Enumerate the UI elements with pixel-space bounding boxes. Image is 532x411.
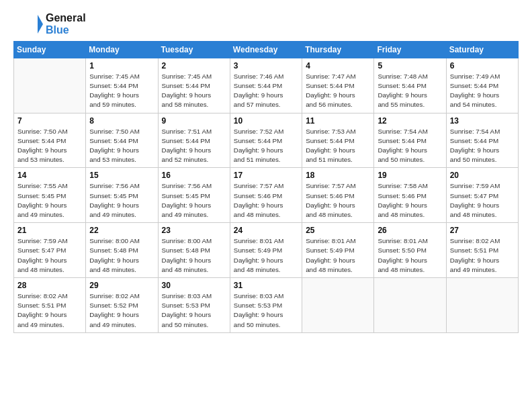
calendar-cell: 4Sunrise: 7:47 AM Sunset: 5:44 PM Daylig…: [302, 58, 374, 113]
day-number: 1: [89, 61, 154, 71]
svg-marker-0: [38, 15, 43, 34]
day-info: Sunrise: 7:47 AM Sunset: 5:44 PM Dayligh…: [306, 72, 370, 110]
calendar-header-row: SundayMondayTuesdayWednesdayThursdayFrid…: [14, 41, 519, 58]
calendar-cell: [14, 58, 86, 113]
calendar-cell: 13Sunrise: 7:54 AM Sunset: 5:44 PM Dayli…: [446, 113, 518, 168]
day-number: 14: [17, 171, 82, 180]
calendar-cell: [302, 278, 374, 333]
day-number: 11: [306, 116, 370, 126]
calendar-cell: 3Sunrise: 7:46 AM Sunset: 5:44 PM Daylig…: [230, 58, 302, 113]
calendar-cell: 31Sunrise: 8:03 AM Sunset: 5:53 PM Dayli…: [230, 278, 302, 333]
day-info: Sunrise: 7:54 AM Sunset: 5:44 PM Dayligh…: [450, 127, 515, 165]
day-info: Sunrise: 7:56 AM Sunset: 5:45 PM Dayligh…: [89, 181, 154, 220]
calendar-cell: 24Sunrise: 8:01 AM Sunset: 5:49 PM Dayli…: [230, 223, 302, 278]
day-number: 18: [306, 171, 370, 180]
day-number: 22: [89, 226, 154, 235]
day-info: Sunrise: 7:52 AM Sunset: 5:44 PM Dayligh…: [234, 127, 298, 165]
day-info: Sunrise: 7:57 AM Sunset: 5:46 PM Dayligh…: [306, 181, 370, 220]
day-info: Sunrise: 7:50 AM Sunset: 5:44 PM Dayligh…: [17, 127, 82, 165]
day-number: 16: [162, 171, 226, 180]
day-number: 7: [17, 116, 82, 126]
day-number: 19: [378, 171, 442, 180]
calendar-cell: [374, 278, 446, 333]
calendar-cell: 18Sunrise: 7:57 AM Sunset: 5:46 PM Dayli…: [302, 168, 374, 223]
day-number: 28: [17, 281, 82, 290]
calendar-cell: 12Sunrise: 7:54 AM Sunset: 5:44 PM Dayli…: [374, 113, 446, 168]
day-info: Sunrise: 7:50 AM Sunset: 5:44 PM Dayligh…: [89, 127, 154, 165]
day-info: Sunrise: 7:54 AM Sunset: 5:44 PM Dayligh…: [378, 127, 442, 165]
day-number: 8: [89, 116, 154, 126]
day-info: Sunrise: 8:01 AM Sunset: 5:50 PM Dayligh…: [378, 236, 442, 275]
calendar-day-header: Wednesday: [230, 41, 302, 58]
day-number: 25: [306, 226, 370, 235]
day-info: Sunrise: 8:03 AM Sunset: 5:53 PM Dayligh…: [234, 291, 298, 330]
day-info: Sunrise: 8:01 AM Sunset: 5:49 PM Dayligh…: [306, 236, 370, 275]
calendar-cell: 6Sunrise: 7:49 AM Sunset: 5:44 PM Daylig…: [446, 58, 518, 113]
calendar-cell: 7Sunrise: 7:50 AM Sunset: 5:44 PM Daylig…: [14, 113, 86, 168]
calendar-cell: 2Sunrise: 7:45 AM Sunset: 5:44 PM Daylig…: [158, 58, 230, 113]
day-number: 21: [17, 226, 82, 235]
day-info: Sunrise: 7:45 AM Sunset: 5:44 PM Dayligh…: [89, 72, 154, 110]
calendar-table: SundayMondayTuesdayWednesdayThursdayFrid…: [13, 41, 519, 333]
day-number: 2: [162, 61, 226, 71]
logo-icon: [13, 12, 43, 36]
calendar-cell: 11Sunrise: 7:53 AM Sunset: 5:44 PM Dayli…: [302, 113, 374, 168]
day-number: 27: [450, 226, 515, 235]
day-number: 31: [234, 281, 298, 290]
day-info: Sunrise: 8:02 AM Sunset: 5:52 PM Dayligh…: [89, 291, 154, 330]
day-info: Sunrise: 8:02 AM Sunset: 5:51 PM Dayligh…: [450, 236, 515, 275]
logo-line1: General: [46, 12, 86, 24]
day-number: 15: [89, 171, 154, 180]
calendar-cell: 19Sunrise: 7:58 AM Sunset: 5:46 PM Dayli…: [374, 168, 446, 223]
calendar-cell: 29Sunrise: 8:02 AM Sunset: 5:52 PM Dayli…: [86, 278, 158, 333]
calendar-cell: 23Sunrise: 8:00 AM Sunset: 5:48 PM Dayli…: [158, 223, 230, 278]
day-info: Sunrise: 7:57 AM Sunset: 5:46 PM Dayligh…: [234, 181, 298, 220]
calendar-day-header: Friday: [374, 41, 446, 58]
day-number: 17: [234, 171, 298, 180]
day-info: Sunrise: 7:51 AM Sunset: 5:44 PM Dayligh…: [162, 127, 226, 165]
calendar-cell: 28Sunrise: 8:02 AM Sunset: 5:51 PM Dayli…: [14, 278, 86, 333]
day-info: Sunrise: 7:55 AM Sunset: 5:45 PM Dayligh…: [17, 181, 82, 220]
day-number: 4: [306, 61, 370, 71]
day-number: 12: [378, 116, 442, 126]
calendar-cell: 15Sunrise: 7:56 AM Sunset: 5:45 PM Dayli…: [86, 168, 158, 223]
day-info: Sunrise: 7:48 AM Sunset: 5:44 PM Dayligh…: [378, 72, 442, 110]
calendar-day-header: Saturday: [446, 41, 518, 58]
calendar-cell: 16Sunrise: 7:56 AM Sunset: 5:45 PM Dayli…: [158, 168, 230, 223]
day-number: 23: [162, 226, 226, 235]
day-info: Sunrise: 8:02 AM Sunset: 5:51 PM Dayligh…: [17, 291, 82, 330]
day-info: Sunrise: 7:58 AM Sunset: 5:46 PM Dayligh…: [378, 181, 442, 220]
calendar-cell: 10Sunrise: 7:52 AM Sunset: 5:44 PM Dayli…: [230, 113, 302, 168]
day-info: Sunrise: 7:49 AM Sunset: 5:44 PM Dayligh…: [450, 72, 515, 110]
day-number: 24: [234, 226, 298, 235]
day-info: Sunrise: 7:56 AM Sunset: 5:45 PM Dayligh…: [162, 181, 226, 220]
calendar-cell: 5Sunrise: 7:48 AM Sunset: 5:44 PM Daylig…: [374, 58, 446, 113]
day-number: 13: [450, 116, 515, 126]
logo: GeneralBlue: [13, 12, 86, 37]
page-container: GeneralBlue SundayMondayTuesdayWednesday…: [0, 0, 532, 340]
calendar-cell: 30Sunrise: 8:03 AM Sunset: 5:53 PM Dayli…: [158, 278, 230, 333]
calendar-day-header: Sunday: [14, 41, 86, 58]
calendar-day-header: Tuesday: [158, 41, 230, 58]
day-info: Sunrise: 8:01 AM Sunset: 5:49 PM Dayligh…: [234, 236, 298, 275]
header: GeneralBlue: [13, 12, 519, 37]
day-info: Sunrise: 7:59 AM Sunset: 5:47 PM Dayligh…: [17, 236, 82, 275]
calendar-cell: 25Sunrise: 8:01 AM Sunset: 5:49 PM Dayli…: [302, 223, 374, 278]
calendar-cell: 26Sunrise: 8:01 AM Sunset: 5:50 PM Dayli…: [374, 223, 446, 278]
calendar-cell: 8Sunrise: 7:50 AM Sunset: 5:44 PM Daylig…: [86, 113, 158, 168]
calendar-day-header: Thursday: [302, 41, 374, 58]
day-number: 3: [234, 61, 298, 71]
day-info: Sunrise: 8:03 AM Sunset: 5:53 PM Dayligh…: [162, 291, 226, 330]
calendar-cell: 27Sunrise: 8:02 AM Sunset: 5:51 PM Dayli…: [446, 223, 518, 278]
day-info: Sunrise: 7:53 AM Sunset: 5:44 PM Dayligh…: [306, 127, 370, 165]
day-info: Sunrise: 8:00 AM Sunset: 5:48 PM Dayligh…: [162, 236, 226, 275]
day-info: Sunrise: 8:00 AM Sunset: 5:48 PM Dayligh…: [89, 236, 154, 275]
day-number: 5: [378, 61, 442, 71]
day-number: 26: [378, 226, 442, 235]
day-number: 10: [234, 116, 298, 126]
calendar-cell: 20Sunrise: 7:59 AM Sunset: 5:47 PM Dayli…: [446, 168, 518, 223]
day-number: 6: [450, 61, 515, 71]
calendar-cell: 14Sunrise: 7:55 AM Sunset: 5:45 PM Dayli…: [14, 168, 86, 223]
day-number: 9: [162, 116, 226, 126]
day-number: 20: [450, 171, 515, 180]
